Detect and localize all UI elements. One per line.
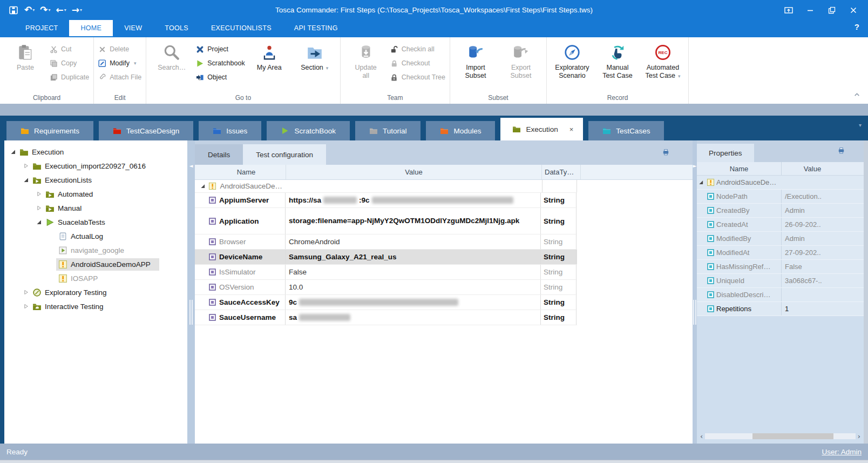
scratchbook-button[interactable]: Scratchbook [196, 58, 245, 69]
property-row-createdby[interactable]: CreatedByAdmin [697, 204, 864, 218]
property-row-nodepath[interactable]: NodePath/Execution.. [697, 190, 864, 204]
tree-item-navigate-google[interactable]: navigate_google [4, 243, 187, 257]
tree-item-actuallog[interactable]: ActualLog [4, 229, 187, 243]
tab-list-dropdown-icon[interactable]: ▾ [859, 122, 862, 128]
pin-icon[interactable] [837, 146, 845, 157]
dropdown-caret-icon[interactable]: ▾ [80, 5, 82, 15]
tree-item-interactive-testing[interactable]: Interactive Testing [4, 299, 187, 313]
property-row-androidsaucede[interactable]: AndroidSauceDe… [697, 176, 864, 190]
undo-button[interactable]: ↶▾ [23, 4, 36, 16]
tree-item-automated[interactable]: Automated [4, 187, 187, 201]
tree-item-androidsaucedemoapp[interactable]: AndroidSauceDemoAPP [4, 257, 187, 271]
tab-test-configuration[interactable]: Test configuration [243, 144, 326, 165]
pin-icon[interactable] [662, 148, 670, 158]
collapse-left-icon[interactable]: ◄ [187, 163, 195, 169]
config-row-osversion[interactable]: OSVersion10.0String [195, 280, 577, 295]
property-row-repetitions[interactable]: Repetitions1 [697, 302, 864, 316]
user-link[interactable]: User: Admin [822, 448, 862, 456]
config-row-appiumserver[interactable]: AppiumServerhttps://sa:9cString [195, 193, 577, 208]
scroll-right-icon[interactable]: › [858, 433, 860, 440]
my-area-button[interactable]: My Area [248, 39, 290, 72]
config-row-browser[interactable]: BrowserChromeAndroidString [195, 234, 577, 250]
tab-properties[interactable]: Properties [697, 144, 754, 162]
scrollbar-thumb[interactable] [752, 433, 833, 439]
expander-expanded-icon[interactable] [22, 177, 30, 183]
tab-details[interactable]: Details [195, 144, 243, 165]
dropdown-caret-icon[interactable]: ▾ [49, 5, 51, 15]
column-header-name[interactable]: Name [207, 165, 286, 179]
config-row-sauceaccesskey[interactable]: SauceAccessKey9cString [195, 295, 577, 310]
properties-horizontal-scrollbar[interactable]: ‹ › [697, 432, 864, 444]
ribbon-tab-tools[interactable]: TOOLS [153, 20, 200, 36]
ribbon-tab-view[interactable]: VIEW [113, 20, 153, 36]
tree-item-exploratory-testing[interactable]: Exploratory Testing [4, 285, 187, 299]
project-button[interactable]: Project [196, 44, 245, 55]
forward-button[interactable]: →▾ [70, 4, 84, 16]
property-row-createdat[interactable]: CreatedAt26-09-202.. [697, 218, 864, 232]
workspace-tab-requirements[interactable]: Requirements [6, 121, 93, 140]
expander-expanded-icon[interactable] [35, 219, 43, 225]
workspace-tab-tutorial[interactable]: Tutorial [355, 121, 421, 140]
property-row-disableddescri[interactable]: DisabledDescri… [697, 288, 864, 302]
save-button[interactable] [6, 4, 21, 17]
ribbon-tab-home[interactable]: HOME [69, 20, 113, 36]
object-button[interactable]: Object [196, 72, 245, 83]
expander-expanded-icon[interactable] [200, 182, 205, 190]
restore-button[interactable] [823, 3, 841, 17]
tree-item-manual[interactable]: Manual [4, 201, 187, 215]
config-row-sauceusername[interactable]: SauceUsernamesaString [195, 310, 577, 325]
workspace-tab-modules[interactable]: Modules [426, 121, 495, 140]
config-group-row[interactable]: AndroidSauceDe… [195, 180, 577, 193]
expander-collapsed-icon[interactable] [35, 205, 43, 211]
manual-test-case-button[interactable]: ManualTest Case [596, 39, 639, 80]
scrollbar-track[interactable] [705, 433, 856, 439]
collapse-right-icon[interactable]: ► [693, 163, 697, 169]
workspace-tab-execution[interactable]: Execution× [500, 118, 583, 140]
tree-item-suacelabtests[interactable]: SuacelabTests [4, 215, 187, 229]
ribbon-tab-api-testing[interactable]: API TESTING [283, 20, 349, 36]
expander-expanded-icon[interactable] [699, 178, 703, 186]
property-row-uniqueid[interactable]: UniqueId3a068c67-.. [697, 274, 864, 288]
close-button[interactable] [844, 3, 863, 17]
expander-collapsed-icon[interactable] [35, 191, 43, 197]
column-header-value[interactable]: Value [781, 162, 843, 175]
workspace-tab-scratchbook[interactable]: ScratchBook [267, 121, 350, 140]
tree-item-iosapp[interactable]: IOSAPP [4, 271, 187, 285]
properties-splitter[interactable]: ► [693, 140, 697, 444]
dropdown-caret-icon[interactable]: ▾ [134, 61, 137, 66]
expander-collapsed-icon[interactable] [22, 304, 30, 309]
back-button[interactable]: ←▾ [55, 4, 68, 16]
tree-splitter[interactable]: ◄ [187, 140, 195, 444]
config-row-application[interactable]: Applicationstorage:filename=app-NjMyY2Qw… [195, 208, 577, 234]
scroll-left-icon[interactable]: ‹ [700, 433, 703, 440]
import-subset-button[interactable]: ImportSubset [455, 39, 497, 80]
close-tab-icon[interactable]: × [569, 125, 574, 133]
dropdown-caret-icon[interactable]: ▾ [32, 5, 35, 15]
expander-collapsed-icon[interactable] [22, 290, 30, 295]
pin-window-button[interactable] [779, 3, 798, 17]
tree-item-execution-import220927-0616[interactable]: Execution_import220927_0616 [4, 159, 187, 173]
dropdown-caret-icon[interactable]: ▾ [64, 5, 66, 15]
workspace-tab-testcases[interactable]: TestCases [588, 121, 664, 140]
expander-expanded-icon[interactable] [9, 149, 17, 155]
column-header-value[interactable]: Value [286, 165, 542, 179]
property-row-modifiedby[interactable]: ModifiedByAdmin [697, 232, 864, 246]
ribbon-tab-project[interactable]: PROJECT [14, 20, 69, 36]
ribbon-collapse-icon[interactable] [853, 91, 860, 100]
tree-item-executionlists[interactable]: ExecutionLists [4, 173, 187, 187]
automated-test-case-button[interactable]: RECAutomatedTest Case ▾ [642, 39, 684, 80]
property-row-hasmissingref[interactable]: HasMissingRef…False [697, 260, 864, 274]
workspace-tab-issues[interactable]: Issues [199, 121, 261, 140]
ribbon-tab-executionlists[interactable]: EXECUTIONLISTS [200, 20, 283, 36]
tree-item-execution[interactable]: Execution [4, 145, 187, 159]
workspace-tab-testcasedesign[interactable]: TestCaseDesign [99, 121, 193, 140]
column-header-name[interactable]: Name [697, 162, 781, 175]
dropdown-caret-icon[interactable]: ▾ [324, 65, 328, 71]
expander-collapsed-icon[interactable] [22, 163, 30, 169]
column-header-dataty[interactable]: DataTy… [542, 165, 581, 179]
config-row-devicename[interactable]: DeviceNameSamsung_Galaxy_A21_real_usStri… [195, 250, 577, 265]
minimize-button[interactable] [801, 3, 819, 17]
modify-button[interactable]: Modify▾ [98, 58, 141, 69]
dropdown-caret-icon[interactable]: ▾ [676, 73, 680, 79]
section-button[interactable]: Section ▾ [294, 39, 336, 72]
